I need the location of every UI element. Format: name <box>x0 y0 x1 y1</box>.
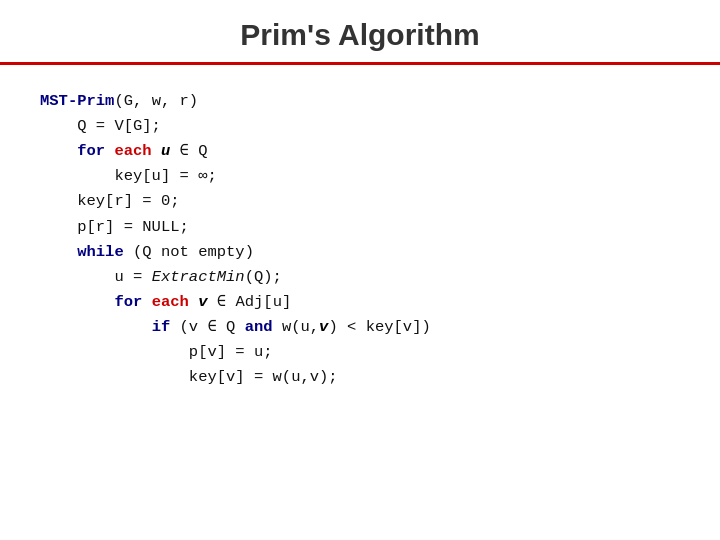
content-area: MST-Prim(G, w, r) Q = V[G]; for each u ∈… <box>0 65 720 540</box>
code-line-10: if (v ∈ Q and w(u,v) < key[v]) <box>40 315 680 340</box>
slide-title: Prim's Algorithm <box>240 18 479 51</box>
code-line-3: for each u ∈ Q <box>40 139 680 164</box>
code-block: MST-Prim(G, w, r) Q = V[G]; for each u ∈… <box>40 89 680 390</box>
slide: Prim's Algorithm MST-Prim(G, w, r) Q = V… <box>0 0 720 540</box>
code-line-2: Q = V[G]; <box>40 114 680 139</box>
code-line-9: for each v ∈ Adj[u] <box>40 290 680 315</box>
code-line-7: while (Q not empty) <box>40 240 680 265</box>
code-line-4: key[u] = ∞; <box>40 164 680 189</box>
code-line-11: p[v] = u; <box>40 340 680 365</box>
title-bar: Prim's Algorithm <box>0 0 720 65</box>
code-line-1: MST-Prim(G, w, r) <box>40 89 680 114</box>
code-line-6: p[r] = NULL; <box>40 215 680 240</box>
code-line-12: key[v] = w(u,v); <box>40 365 680 390</box>
code-line-8: u = ExtractMin(Q); <box>40 265 680 290</box>
code-line-5: key[r] = 0; <box>40 189 680 214</box>
